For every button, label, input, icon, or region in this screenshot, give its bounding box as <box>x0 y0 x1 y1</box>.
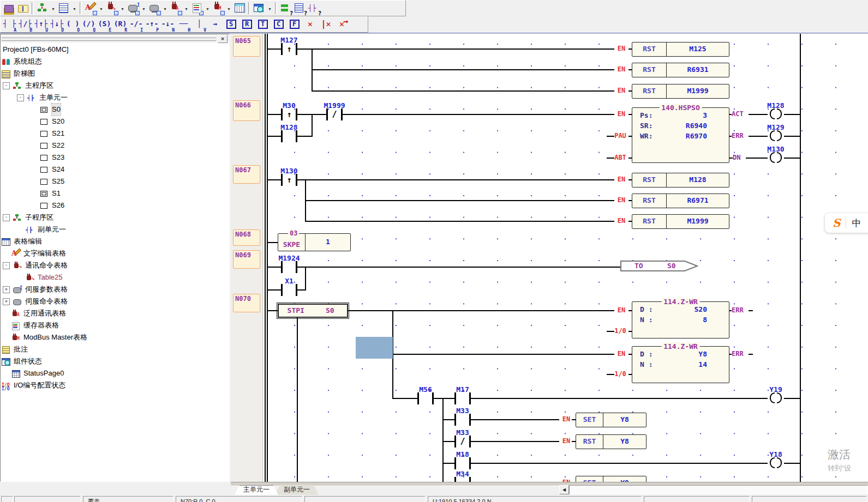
selected-cell-highlight[interactable] <box>356 337 393 359</box>
modbus-master-dropdown-icon[interactable]: ▼ <box>225 1 232 15</box>
coil-rst-tool[interactable]: (R)R <box>112 17 128 32</box>
tree-item-general-comm-table[interactable]: A泛用通讯表格 <box>1 307 229 319</box>
hscroll-track[interactable] <box>569 485 868 494</box>
ime-indicator[interactable]: S 中 <box>825 213 868 233</box>
expand-icon[interactable]: + <box>3 286 10 293</box>
hspso-function-block[interactable]: 140.HSPSO Ps:3 SR:R6940 WR:R6970 <box>632 107 729 163</box>
skpe-function-block[interactable]: 03 SKPE1 <box>278 233 351 251</box>
general-comm-dropdown-icon[interactable]: ▼ <box>183 1 190 15</box>
tree-item-servo-command-table[interactable]: +伺服命令表格 <box>1 295 229 307</box>
vline-tool[interactable]: │V <box>191 17 207 32</box>
tree-item-s21[interactable]: S21 <box>1 128 229 140</box>
project-doc-icon[interactable] <box>16 1 30 15</box>
collapse-icon[interactable]: - <box>17 94 24 101</box>
inverter-tool[interactable]: -/-I <box>128 17 144 32</box>
coil-m129[interactable] <box>767 130 785 142</box>
set-block[interactable]: SETY9 <box>576 476 646 482</box>
delete-element-tool[interactable]: ✕ <box>302 17 318 32</box>
tree-item-component-status[interactable]: 组件状态 <box>1 355 229 367</box>
jump-to-step[interactable]: TO S0 <box>620 261 699 272</box>
tree-item-s22[interactable]: S22 <box>1 140 229 152</box>
servo-param-dropdown-icon[interactable]: ▼ <box>140 1 147 15</box>
collapse-icon[interactable]: - <box>3 262 10 269</box>
coil-m130[interactable] <box>767 152 785 164</box>
modbus-master-table-icon[interactable]: M <box>211 1 225 15</box>
network-label[interactable]: N065 <box>233 36 260 57</box>
tab-main-unit-1[interactable]: 主单元一 <box>235 485 278 495</box>
counter-tool[interactable]: C <box>271 17 286 32</box>
system-config-icon[interactable] <box>35 1 50 15</box>
tree-item-statuspage0[interactable]: StatusPage0 <box>1 367 229 379</box>
coil-out-tool[interactable]: ( )O <box>65 17 81 32</box>
collapse-icon[interactable]: - <box>3 214 10 221</box>
rising-tool[interactable]: -↑-P <box>144 17 160 32</box>
stpi-step-block[interactable]: STPIS0 <box>278 304 348 318</box>
component-status-dropdown-icon[interactable]: ▼ <box>266 1 273 15</box>
ladder-query-icon[interactable] <box>293 1 307 15</box>
network-label[interactable]: N066 <box>233 100 260 121</box>
jump-tool[interactable]: → <box>207 17 223 32</box>
tree-item-s24[interactable]: S24 <box>1 164 229 176</box>
tree-item-system-config[interactable]: 系统组态 <box>1 56 229 68</box>
relay-tool[interactable]: R <box>239 17 255 32</box>
timer-tool[interactable]: T <box>255 17 271 32</box>
tree-item-comm-command-table[interactable]: -∿通讯命令表格 <box>1 259 229 271</box>
step-tool[interactable]: S <box>223 17 239 32</box>
general-comm-table-icon[interactable]: A <box>169 1 183 15</box>
coil-not-tool[interactable]: (/)Q <box>81 17 97 32</box>
coil-m128[interactable] <box>767 108 785 120</box>
tree-item-main-unit-1[interactable]: -主单元一 <box>1 92 229 104</box>
contact-b-tool[interactable]: ┤/├B <box>17 17 33 32</box>
rst-block[interactable]: RSTM1999 <box>632 214 729 229</box>
tree-item-s0[interactable]: S0 <box>1 104 229 116</box>
tab-sub-unit-1[interactable]: 副单元一 <box>275 485 319 495</box>
servo-param-table-icon[interactable]: I <box>126 1 140 15</box>
tree-item-table25[interactable]: ∿Table25 <box>1 271 229 283</box>
coil-set-tool[interactable]: (S)E <box>97 17 112 32</box>
hscroll-left-button[interactable]: ◀ <box>559 485 569 494</box>
tree-item-text-edit-table[interactable]: 文字编辑表格 <box>1 247 229 259</box>
panel-close-button[interactable]: × <box>218 35 228 43</box>
falling-tool[interactable]: -↓-N <box>160 17 176 32</box>
servo-command-table-icon[interactable] <box>147 1 161 15</box>
contact-up-tool[interactable]: ┤↑├U <box>33 17 49 32</box>
zwr-function-block[interactable]: 114.Z-WR D :S20 N :8 <box>632 301 729 338</box>
tree-item-modbus-master-table[interactable]: MModBus Master表格 <box>1 331 229 343</box>
tree-item-s26[interactable]: S26 <box>1 199 229 211</box>
delete-column-tool[interactable]: |✕ <box>318 17 334 32</box>
panel-header[interactable]: × <box>1 34 229 43</box>
tree-item-comments[interactable]: 批注 <box>1 343 229 355</box>
zwr-function-block[interactable]: 114.Z-WR D :Y8 N :14 <box>632 346 729 383</box>
status-query-icon[interactable] <box>279 1 293 15</box>
coil-y19[interactable] <box>767 392 785 404</box>
rst-block[interactable]: RSTR6971 <box>632 193 729 208</box>
system-config-dropdown-icon[interactable]: ▼ <box>50 1 57 15</box>
contact-down-tool[interactable]: ┤↓├D <box>49 17 65 32</box>
comm-command-table-icon[interactable]: ∿ <box>105 1 119 15</box>
component-status-icon[interactable] <box>252 1 266 15</box>
plc-connect-icon[interactable] <box>2 1 16 15</box>
tree-item-servo-param-table[interactable]: +I伺服参数表格 <box>1 283 229 295</box>
delete-network-tool[interactable]: ✕→ <box>334 17 350 32</box>
register-table-icon[interactable] <box>190 1 204 15</box>
rst-block[interactable]: RSTM128 <box>632 173 729 188</box>
tree-item-s20[interactable]: S20 <box>1 116 229 128</box>
tree-item-io-config-status[interactable]: I/O编号配置状态 <box>1 379 229 391</box>
tree-item-s1[interactable]: S1 <box>1 188 229 199</box>
register-table-dropdown-icon[interactable]: ▼ <box>204 1 211 15</box>
tree-item-s25[interactable]: S25 <box>1 176 229 188</box>
network-label[interactable]: N069 <box>233 250 260 269</box>
text-edit-table-icon[interactable] <box>83 1 98 15</box>
rst-block[interactable]: RSTM125 <box>632 42 729 57</box>
hline-tool[interactable]: ──H <box>176 17 191 32</box>
tree-item-s23[interactable]: S23 <box>1 152 229 164</box>
tree-item-table-edit[interactable]: 表格编辑 <box>1 235 229 247</box>
contact-query-icon[interactable] <box>307 1 321 15</box>
rst-block[interactable]: RSTY8 <box>576 434 646 449</box>
tree-item-sub-program[interactable]: -子程序区 <box>1 211 229 223</box>
expand-icon[interactable]: + <box>3 298 10 305</box>
comm-command-dropdown-icon[interactable]: ▼ <box>119 1 126 15</box>
tree-item-project-root[interactable]: Project0 [FBs-60MC] <box>1 44 229 56</box>
set-block[interactable]: SETY8 <box>576 413 646 427</box>
ladder-view-icon[interactable] <box>57 1 71 15</box>
